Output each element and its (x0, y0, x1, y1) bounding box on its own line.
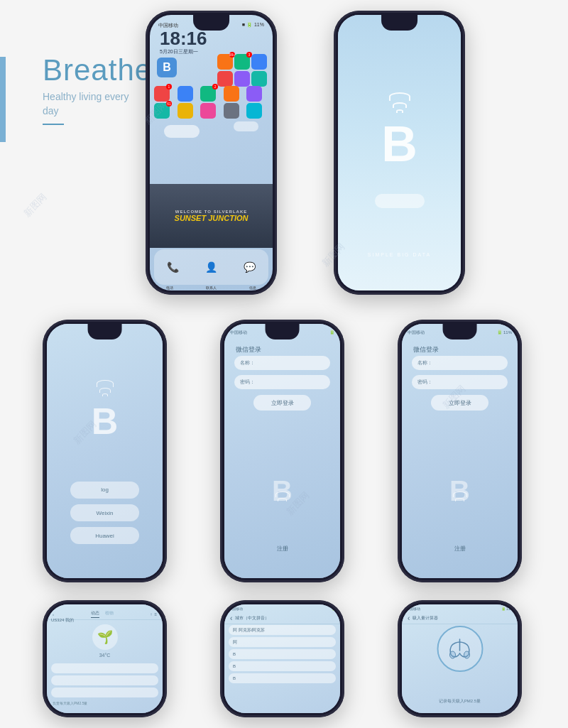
dock-phone-icon[interactable]: 📞 (163, 257, 183, 277)
phone-6-back-icon[interactable]: ‹ (53, 612, 54, 616)
b-app-icon-homescreen[interactable]: B (157, 58, 177, 77)
phone-4-name-field[interactable]: 名称： (234, 356, 330, 370)
svg-point-1 (464, 651, 470, 658)
phone-5: 中国移动 🔋 11% 微信登录 名称： 密码： 立即登录 B 注册 (398, 320, 522, 582)
app-icon-m6[interactable]: 61 (154, 103, 170, 119)
phone-8-title: 吸入量计算器 (413, 615, 438, 621)
app-icon-m10[interactable] (246, 103, 262, 119)
dock-label-2: 联系人 (206, 286, 217, 290)
phone-3-screen: B log Weixin Huawei (47, 324, 163, 578)
accent-bar (0, 57, 6, 142)
splash-tagline: SIMPLE BIG DATA (368, 252, 431, 257)
city-row-3[interactable]: B (229, 649, 336, 659)
phone-3-weixin-btn[interactable]: Weixin (70, 504, 140, 521)
phone-8: 中国移动 🔋 11% ‹ 吸入量计算器 记录每天吸入PM2.5量 (398, 600, 522, 717)
data-row-1 (51, 663, 158, 673)
phone-5-register-link[interactable]: 注册 (454, 545, 466, 553)
phone-5-login-btn[interactable]: 立即登录 (431, 395, 489, 411)
phone-6-share-icon[interactable]: ↑ (150, 612, 152, 616)
phone-3-b-letter: B (92, 400, 119, 442)
phone-8-description: 记录每天吸入PM2.5量 (406, 698, 513, 705)
phone-4-notch (265, 324, 300, 339)
city-row-2[interactable]: 阿 (229, 637, 336, 647)
app-icon-m9[interactable] (224, 103, 239, 119)
phone-5-screen: 中国移动 🔋 11% 微信登录 名称： 密码： 立即登录 B 注册 (402, 324, 518, 578)
phone-7-battery: 🔋 (332, 607, 336, 611)
phone-5-carrier: 中国移动 (408, 330, 425, 336)
app-icon-5[interactable] (234, 71, 250, 87)
app-icon-6[interactable] (251, 71, 267, 87)
lungs-icon (446, 636, 474, 662)
app-icon-m3[interactable]: 2 (200, 86, 216, 102)
phone-4-login-btn[interactable]: 立即登录 (253, 395, 312, 411)
phone-1-notch (193, 15, 230, 31)
phone-7-back-btn[interactable]: ‹ (230, 614, 232, 622)
city-row-1[interactable]: 阿 阿克苏/阿克苏 (229, 625, 336, 635)
phone-5-name-field[interactable]: 名称： (412, 356, 508, 370)
phone-4: 中国移动 🔋 微信登录 名称： 密码： 立即登录 B 注册 (220, 320, 344, 582)
lungs-circle (437, 626, 483, 672)
status-icons: ■ 🔋 11% (242, 22, 264, 29)
data-row-2 (51, 675, 158, 685)
app-icon-m2[interactable] (178, 86, 193, 102)
splash-b-letter: B (381, 119, 417, 169)
phone-8-carrier: 中国移动 (406, 607, 420, 611)
phone-6-user-label: US324 我的 (51, 617, 74, 624)
app-icon-m8[interactable] (200, 103, 216, 119)
phone-1-dock: 📞 👤 💬 (154, 249, 268, 285)
plant-desc: 负责每天吸入PM2.5量 (51, 700, 158, 707)
app-subtitle: Healthy living every day (43, 90, 152, 118)
phone-8-screen: 中国移动 🔋 11% ‹ 吸入量计算器 记录每天吸入PM2.5量 (402, 604, 518, 713)
phone-5-login-title: 微信登录 (413, 345, 439, 354)
app-title: Breathe (43, 53, 152, 87)
title-area: Breathe Healthy living every day (43, 53, 152, 125)
sunset-text: WELCOME TO SILVERLAKE SUNSET JUNCTION (175, 210, 248, 222)
plant-icon: 🌱 (92, 624, 118, 650)
app-icon-4[interactable] (217, 71, 233, 87)
phone-3-notch (87, 324, 122, 339)
app-icon-m4[interactable] (224, 86, 239, 102)
phone-3: B log Weixin Huawei (43, 320, 167, 582)
app-icon-m7[interactable] (178, 103, 193, 119)
phone-2-notch (381, 15, 418, 31)
phone-4-password-field[interactable]: 密码： (234, 375, 330, 389)
dock-label-3: 信息 (249, 286, 256, 290)
dock-messages-icon[interactable]: 💬 (239, 257, 259, 277)
phone-8-battery: 🔋 11% (501, 607, 513, 611)
phone-4-register-link[interactable]: 注册 (277, 545, 288, 553)
city-row-5[interactable]: B (229, 673, 336, 683)
dock-label-1: 电话 (166, 286, 173, 290)
phone-6-screen: ‹ 动态 植物 ↑ ≡ US324 我的 🌱 34°C 负责每天吸入PM2. (47, 604, 163, 713)
phone-6: ‹ 动态 植物 ↑ ≡ US324 我的 🌱 34°C 负责每天吸入PM2. (43, 600, 167, 717)
phone-6-tab2[interactable]: 植物 (105, 610, 114, 618)
phone-6-more-icon[interactable]: ≡ (154, 612, 157, 616)
phone-8-back-btn[interactable]: ‹ (408, 614, 410, 622)
app-icon-1[interactable]: 99+ (217, 54, 233, 70)
phone-1-date: 5月20日三星期一 (160, 48, 198, 55)
phone-3-log-btn[interactable]: log (70, 482, 140, 499)
data-row-3 (51, 688, 158, 697)
phone-7-title: 城市（中文拼音） (235, 615, 269, 621)
phone-4-battery: 🔋 (329, 330, 334, 336)
title-underline (43, 124, 64, 125)
svg-point-0 (450, 651, 456, 658)
phone-3-huawei-btn[interactable]: Huawei (70, 527, 140, 544)
phone-4-carrier: 中国移动 (230, 330, 247, 336)
sunset-area: WELCOME TO SILVERLAKE SUNSET JUNCTION (150, 184, 273, 248)
city-row-4[interactable]: B (229, 661, 336, 671)
app-icon-m5[interactable] (246, 86, 262, 102)
phone-1-time: 18:16 (160, 28, 207, 50)
phone-7: 中国移动 🔋 ‹ 城市（中文拼音） 阿 阿克苏/阿克苏 阿 B B B (220, 600, 344, 717)
phone-6-tab1[interactable]: 动态 (91, 610, 99, 618)
app-icon-m1[interactable]: 1 (154, 86, 170, 102)
phone-5-battery: 🔋 11% (497, 330, 512, 336)
phone-6-temp: 34°C (99, 653, 111, 658)
phone-1-screen: 中国移动 ■ 🔋 11% 18:16 5月20日三星期一 B 99+ 3 1 2 (150, 15, 273, 290)
phone-7-screen: 中国移动 🔋 ‹ 城市（中文拼音） 阿 阿克苏/阿克苏 阿 B B B (224, 604, 340, 713)
phone-4-login-title: 微信登录 (236, 345, 261, 354)
app-icon-3[interactable] (251, 54, 267, 70)
phone-5-password-field[interactable]: 密码： (412, 375, 508, 389)
dock-contacts-icon[interactable]: 👤 (201, 257, 221, 277)
app-icon-2[interactable]: 3 (234, 54, 250, 70)
phone-4-screen: 中国移动 🔋 微信登录 名称： 密码： 立即登录 B 注册 (224, 324, 340, 578)
